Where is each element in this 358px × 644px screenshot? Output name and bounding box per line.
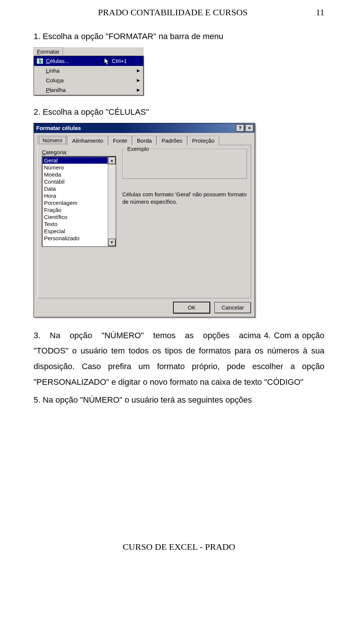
format-cells-dialog: Formatar células ? × Número Alinhamento … bbox=[34, 123, 255, 317]
list-item[interactable]: Moeda bbox=[43, 171, 108, 178]
category-description: Células com formato 'Geral' não possuem … bbox=[122, 191, 247, 206]
tab-number[interactable]: Número bbox=[38, 136, 67, 145]
menu-bar-format[interactable]: Formatar bbox=[34, 47, 63, 55]
list-item[interactable]: Fração bbox=[43, 206, 108, 213]
scroll-up-icon[interactable]: ▲ bbox=[108, 157, 116, 164]
page-header: PRADO CONTABILIDADE E CURSOS 11 bbox=[34, 7, 324, 18]
tab-font[interactable]: Fonte bbox=[108, 136, 132, 145]
list-item[interactable]: Data bbox=[43, 185, 108, 192]
example-groupbox: Exemplo bbox=[122, 149, 247, 179]
step-5-text: 5. Na opção "NÚMERO" o usuário terá as s… bbox=[34, 392, 324, 408]
list-item[interactable]: Contábil bbox=[43, 178, 108, 185]
help-button[interactable]: ? bbox=[236, 124, 244, 132]
tab-alignment[interactable]: Alinhamento bbox=[67, 136, 108, 145]
tab-border[interactable]: Borda bbox=[132, 136, 157, 145]
menu-item-label: Coluna bbox=[44, 77, 110, 83]
list-item[interactable]: Texto bbox=[43, 221, 108, 228]
menu-item-shortcut: Ctrl+1 bbox=[110, 58, 136, 64]
list-item[interactable]: Científico bbox=[43, 213, 108, 221]
menu-item-label: Planilha bbox=[44, 87, 110, 93]
list-item[interactable]: Hora bbox=[43, 192, 108, 199]
tab-protection[interactable]: Proteção bbox=[187, 136, 219, 145]
doc-title: PRADO CONTABILIDADE E CURSOS bbox=[34, 7, 312, 18]
cancel-button[interactable]: Cancelar bbox=[214, 302, 251, 313]
scroll-track[interactable] bbox=[108, 164, 116, 239]
scrollbar[interactable]: ▲ ▼ bbox=[108, 157, 116, 246]
ok-button[interactable]: OK bbox=[173, 302, 210, 313]
example-label: Exemplo bbox=[126, 146, 150, 152]
menu-item-sheet[interactable]: Planilha ▶ bbox=[34, 85, 143, 95]
list-item[interactable]: Geral bbox=[43, 157, 108, 164]
list-item[interactable]: Porcentagem bbox=[43, 199, 108, 206]
menu-item-column[interactable]: Coluna ▶ bbox=[34, 76, 143, 85]
menu-item-label: Linha bbox=[44, 67, 110, 74]
dialog-titlebar[interactable]: Formatar células ? × bbox=[34, 123, 255, 133]
chevron-right-icon: ▶ bbox=[136, 78, 141, 83]
menu-item-row[interactable]: Linha ▶ bbox=[34, 66, 143, 76]
menu-item-label: Células... bbox=[44, 58, 110, 64]
list-item[interactable]: Especial bbox=[43, 228, 108, 235]
tab-patterns[interactable]: Padrões bbox=[157, 136, 187, 145]
chevron-right-icon: ▶ bbox=[136, 68, 141, 73]
category-label: Categoria: bbox=[42, 149, 116, 155]
dialog-tabs: Número Alinhamento Fonte Borda Padrões P… bbox=[38, 135, 251, 145]
list-item[interactable]: Número bbox=[43, 164, 108, 171]
step-3-text: 3. Na opção "NÚMERO" temos as opções aci… bbox=[34, 331, 261, 340]
cells-icon bbox=[35, 58, 44, 64]
category-listbox[interactable]: Geral Número Moeda Contábil Data Hora Po… bbox=[42, 156, 116, 247]
step-1-text: 1. Escolha a opção "FORMATAR" na barra d… bbox=[34, 29, 324, 44]
list-item[interactable]: Personalizado bbox=[43, 235, 108, 242]
page-number: 11 bbox=[316, 7, 324, 18]
close-button[interactable]: × bbox=[245, 124, 254, 132]
dialog-title: Formatar células bbox=[36, 125, 81, 131]
step-2-text: 2. Escolha a opção "CÉLULAS" bbox=[34, 104, 324, 120]
menu-item-cells[interactable]: Células... Ctrl+1 bbox=[34, 56, 143, 66]
menu-bar-label: Formatar bbox=[37, 48, 60, 55]
scroll-down-icon[interactable]: ▼ bbox=[108, 239, 116, 246]
page-footer: CURSO DE EXCEL - PRADO bbox=[34, 542, 324, 552]
chevron-right-icon: ▶ bbox=[136, 88, 141, 92]
format-menu: Formatar Células... Ctrl+1 Linha ▶ bbox=[34, 47, 144, 95]
